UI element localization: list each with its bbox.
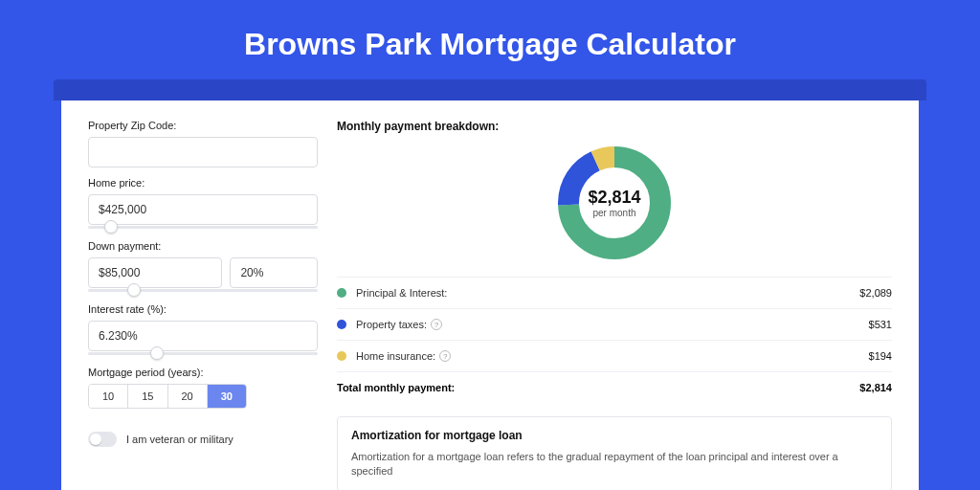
period-btn-20[interactable]: 20 — [168, 385, 208, 408]
veteran-label: I am veteran or military — [126, 434, 234, 445]
period-btn-30[interactable]: 30 — [208, 385, 246, 408]
dot-icon — [337, 351, 346, 361]
amortization-card: Amortization for mortgage loan Amortizat… — [337, 416, 892, 490]
home-price-label: Home price: — [88, 177, 318, 189]
card-shadow — [54, 79, 926, 100]
amortization-text: Amortization for a mortgage loan refers … — [351, 450, 878, 479]
donut-chart: $2,814 per month — [337, 143, 892, 263]
veteran-toggle[interactable] — [88, 432, 117, 447]
amortization-title: Amortization for mortgage loan — [351, 429, 878, 442]
dot-icon — [337, 320, 346, 329]
down-payment-slider[interactable] — [88, 286, 318, 294]
donut-value: $2,814 — [588, 188, 640, 208]
page-title: Browns Park Mortgage Calculator — [0, 0, 980, 79]
calculator-card: Property Zip Code: Home price: Down paym… — [61, 100, 919, 490]
period-group: 10 15 20 30 — [88, 384, 247, 409]
dot-icon — [337, 288, 346, 298]
home-price-slider[interactable] — [88, 223, 318, 231]
breakdown-title: Monthly payment breakdown: — [337, 120, 892, 133]
interest-input[interactable] — [88, 321, 318, 351]
form-panel: Property Zip Code: Home price: Down paym… — [88, 120, 318, 483]
down-payment-input[interactable] — [88, 257, 222, 288]
info-icon[interactable]: ? — [439, 350, 451, 362]
period-btn-15[interactable]: 15 — [128, 385, 167, 408]
home-price-input[interactable] — [88, 194, 318, 225]
line-item-taxes: Property taxes: ? $531 — [337, 308, 892, 340]
zip-input[interactable] — [88, 137, 318, 167]
line-item-principal: Principal & Interest: $2,089 — [337, 277, 892, 308]
line-item-insurance: Home insurance: ? $194 — [337, 340, 892, 371]
line-item-total: Total monthly payment: $2,814 — [337, 371, 892, 403]
period-btn-10[interactable]: 10 — [89, 385, 128, 408]
info-icon[interactable]: ? — [431, 319, 442, 330]
down-payment-pct-input[interactable] — [230, 257, 318, 288]
page: Browns Park Mortgage Calculator Property… — [0, 0, 980, 490]
breakdown-panel: Monthly payment breakdown: $2,814 per mo… — [337, 120, 892, 483]
zip-label: Property Zip Code: — [88, 120, 318, 131]
period-label: Mortgage period (years): — [88, 367, 318, 378]
down-payment-label: Down payment: — [88, 240, 318, 252]
interest-label: Interest rate (%): — [88, 303, 318, 315]
interest-slider[interactable] — [88, 349, 318, 357]
donut-sub: per month — [592, 208, 635, 218]
